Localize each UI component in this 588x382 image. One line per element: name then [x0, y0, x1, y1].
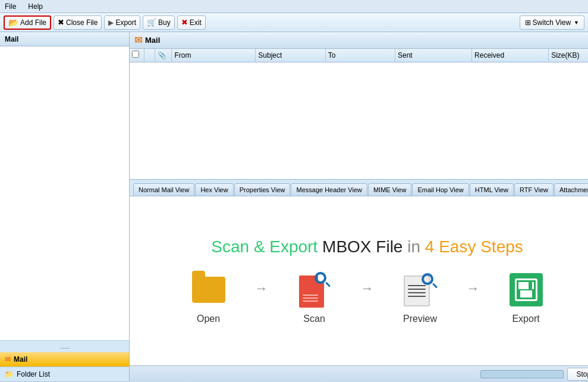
doc-lines	[303, 295, 318, 302]
mail-header-icon: ✉	[134, 35, 142, 46]
col-received[interactable]: Received	[472, 49, 549, 62]
arrow-2: →	[361, 281, 374, 296]
right-content: 📎 From Subject To Sent Received Size(KB)	[130, 49, 588, 365]
col-checkbox	[130, 49, 144, 62]
open-step-icon	[190, 271, 228, 309]
add-file-icon: 📂	[8, 18, 18, 27]
floppy-icon-wrap	[510, 273, 543, 306]
left-panel: Mail ...... ✉ Mail 📁 Folder List	[0, 32, 130, 382]
tab-normal-mail-view[interactable]: Normal Mail View	[133, 183, 194, 196]
right-panel: ✉ Mail 📎 From Subject	[130, 32, 588, 382]
preview-icon-wrap	[404, 273, 437, 306]
tab-message-header-view[interactable]: Message Header View	[291, 183, 367, 196]
switch-view-button[interactable]: ⊞ Switch View ▼	[520, 15, 584, 30]
right-panel-title: Mail	[145, 36, 160, 45]
add-file-button[interactable]: 📂 Add File	[4, 15, 51, 30]
magnifier-handle	[325, 281, 330, 287]
buy-button[interactable]: 🛒 Buy	[143, 15, 175, 30]
main-layout: Mail ...... ✉ Mail 📁 Folder List ✉ Mail	[0, 32, 588, 382]
arrow-1: →	[255, 281, 268, 296]
switch-view-icon: ⊞	[525, 18, 531, 27]
tabs-container: Normal Mail View Hex View Properties Vie…	[130, 180, 588, 196]
doc-line-1	[303, 295, 318, 296]
export-step-icon	[507, 271, 545, 309]
tab-email-hop-view[interactable]: Email Hop View	[412, 183, 468, 196]
step-export: Export	[485, 271, 568, 324]
preview-magnifier-icon	[422, 273, 437, 289]
toolbar: 📂 Add File ✖ Close File ▶ Export 🛒 Buy ✖…	[0, 13, 588, 32]
left-panel-dots: ......	[0, 340, 129, 352]
floppy-bottom	[520, 290, 532, 298]
step-open-label: Open	[197, 314, 220, 324]
menu-file[interactable]: File	[2, 2, 18, 11]
close-file-button[interactable]: ✖ Close File	[54, 15, 102, 30]
step-preview: Preview	[379, 271, 462, 324]
chevron-down-icon: ▼	[574, 20, 579, 26]
floppy-slot	[529, 282, 532, 289]
scan-step-icon	[295, 271, 334, 309]
export-button[interactable]: ▶ Export	[104, 15, 140, 30]
magnifier-circle	[315, 272, 326, 284]
step-scan-label: Scan	[303, 314, 325, 324]
export-icon: ▶	[108, 18, 114, 27]
tab-html-view[interactable]: HTML View	[470, 183, 514, 196]
floppy-body	[515, 278, 537, 301]
select-all-checkbox[interactable]	[132, 51, 139, 58]
title-scan-export: Scan & Export	[211, 237, 317, 256]
preview-step-icon	[401, 271, 439, 309]
exit-button[interactable]: ✖ Exit	[177, 15, 206, 30]
step-open: Open	[167, 271, 250, 324]
status-bar: Stop	[130, 365, 588, 382]
menu-help[interactable]: Help	[26, 2, 45, 11]
arrow-3: →	[467, 281, 480, 296]
scan-icon-wrap	[299, 272, 330, 308]
title-in: in	[407, 237, 420, 256]
tab-rtf-view[interactable]: RTF View	[514, 183, 554, 196]
left-panel-content	[0, 46, 129, 340]
tab-mime-view[interactable]: MIME View	[368, 183, 411, 196]
col-attach: 📎	[155, 49, 172, 62]
col-to[interactable]: To	[325, 49, 395, 62]
step-preview-label: Preview	[403, 314, 437, 324]
step-scan: Scan	[273, 271, 356, 324]
steps-row: Open →	[142, 271, 588, 324]
right-panel-header: ✉ Mail	[130, 32, 588, 49]
col-flag	[144, 49, 155, 62]
col-from[interactable]: From	[172, 49, 256, 62]
left-panel-bottom: ✉ Mail 📁 Folder List	[0, 352, 129, 382]
stop-button[interactable]: Stop	[567, 368, 588, 381]
scan-export-title: Scan & Export MBOX File in 4 Easy Steps	[142, 237, 588, 256]
doc-line-3	[303, 300, 318, 302]
preview-magnifier-handle	[432, 283, 437, 288]
sidebar-item-mail[interactable]: ✉ Mail	[0, 352, 129, 367]
cart-icon: 🛒	[147, 18, 156, 27]
col-sent[interactable]: Sent	[395, 49, 471, 62]
title-steps: 4 Easy Steps	[425, 237, 523, 256]
preview-line-2	[408, 289, 426, 290]
step-export-label: Export	[512, 314, 539, 324]
exit-icon: ✖	[181, 18, 188, 27]
progress-bar	[480, 370, 564, 378]
title-mbox: MBOX File	[322, 237, 403, 256]
tab-hex-view[interactable]: Hex View	[195, 183, 233, 196]
preview-line-3	[408, 292, 426, 293]
folder-open-icon	[192, 277, 225, 303]
left-panel-title: Mail	[0, 32, 129, 46]
content-area: Scan & Export MBOX File in 4 Easy Steps …	[130, 196, 588, 365]
folder-icon: 📁	[5, 370, 14, 378]
menu-bar: File Help	[0, 0, 588, 13]
doc-line-2	[303, 298, 318, 299]
mail-icon: ✉	[5, 355, 11, 364]
scan-export-box: Scan & Export MBOX File in 4 Easy Steps …	[130, 226, 588, 336]
preview-line-4	[408, 296, 426, 297]
col-subject[interactable]: Subject	[256, 49, 325, 62]
tab-attachments[interactable]: Attachments	[554, 183, 588, 196]
col-size[interactable]: Size(KB)	[549, 49, 588, 62]
close-file-icon: ✖	[58, 18, 64, 27]
sidebar-item-folder-list[interactable]: 📁 Folder List	[0, 367, 129, 382]
tab-properties-view[interactable]: Properties View	[234, 183, 291, 196]
email-table-container: 📎 From Subject To Sent Received Size(KB)	[130, 49, 588, 180]
preview-magnifier-circle	[422, 273, 433, 285]
magnifier-icon	[315, 272, 330, 287]
email-table: 📎 From Subject To Sent Received Size(KB)	[130, 49, 588, 62]
